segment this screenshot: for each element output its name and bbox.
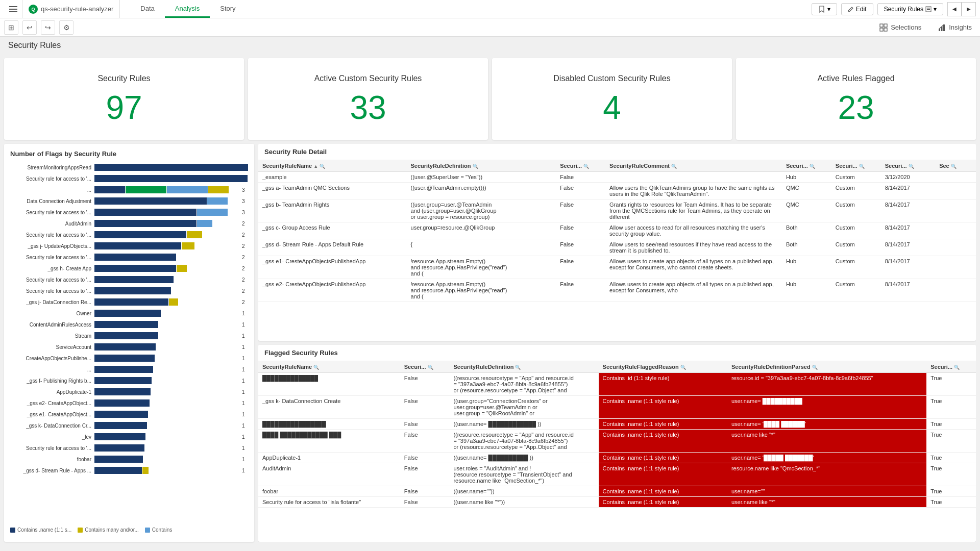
bar-row[interactable]: _lev1 — [10, 432, 248, 441]
zoom-fit-button[interactable]: ⊞ — [4, 20, 18, 35]
bar-row[interactable]: ServiceAccount1 — [10, 342, 248, 352]
settings-button[interactable]: ⚙ — [59, 20, 74, 35]
tab-analysis[interactable]: Analysis — [165, 0, 210, 18]
table-row[interactable]: Security rule for access to "isla flotan… — [258, 497, 976, 508]
search-icon-flagged-reason[interactable]: 🔍 — [680, 365, 686, 370]
bar-row[interactable]: Owner1 — [10, 309, 248, 318]
insights-button[interactable]: Insights — [934, 21, 976, 34]
bar-row[interactable]: _gss h- Create App2 — [10, 264, 248, 273]
bar-segments — [94, 254, 240, 261]
table-row[interactable]: ████████████████False((user.name= ██████… — [258, 419, 976, 430]
table-row[interactable]: _gss c- Group Access Ruleuser.group=reso… — [258, 222, 976, 239]
undo-button[interactable]: ↩ — [22, 20, 37, 35]
flagged-col-reason[interactable]: SecurityRuleFlaggedReason 🔍 — [599, 361, 727, 373]
table-row[interactable]: ██████████████False((resource.resourcety… — [258, 373, 976, 396]
table-row[interactable]: _gss k- DataConnection CreateFalse((user… — [258, 396, 976, 419]
bar-row[interactable]: foobar1 — [10, 455, 248, 464]
bar-row[interactable]: _gss d- Stream Rule - Apps ...1 — [10, 466, 248, 475]
search-icon-sec[interactable]: 🔍 — [951, 164, 957, 169]
bar-row[interactable]: _gss k- DataConnection Cr...1 — [10, 421, 248, 430]
bar-row[interactable]: Security rule for access to '...1 — [10, 443, 248, 453]
bar-row[interactable]: ...1 — [10, 365, 248, 374]
tab-data[interactable]: Data — [130, 0, 164, 18]
search-icon-name[interactable]: 🔍 — [320, 164, 325, 169]
table-row[interactable]: foobarFalse((user.name=""))Contains .nam… — [258, 486, 976, 497]
hamburger-menu[interactable] — [4, 0, 22, 18]
tab-story[interactable]: Story — [210, 0, 246, 18]
bar-row[interactable]: _gss e2- CreateAppObject...1 — [10, 398, 248, 408]
nav-back-button[interactable]: ◀ — [947, 2, 962, 16]
bar-row[interactable]: AuditAdmin2 — [10, 219, 248, 228]
bar-row[interactable]: Security rule for access to '...2 — [10, 230, 248, 239]
col-header-col3[interactable]: Securi... 🔍 — [556, 160, 605, 172]
bar-chart[interactable]: StreamMonitoringAppsReadSecurity rule fo… — [10, 163, 248, 523]
search-icon-flagged-name[interactable]: 🔍 — [313, 365, 319, 370]
bar-row[interactable]: CreateAppObjectsPublishe...1 — [10, 354, 248, 363]
flagged-col-name[interactable]: SecurityRuleName 🔍 — [258, 361, 400, 373]
col-header-col7[interactable]: Securi... 🔍 — [881, 160, 935, 172]
bar-row[interactable]: Security rule for access to '...2 — [10, 253, 248, 262]
search-icon-flagged-col6[interactable]: 🔍 — [954, 365, 960, 370]
bookmark-button[interactable]: ▾ — [812, 3, 837, 15]
search-icon-def[interactable]: 🔍 — [473, 164, 478, 169]
search-icon-flagged-def[interactable]: 🔍 — [515, 365, 521, 370]
search-icon-col3[interactable]: 🔍 — [583, 164, 589, 169]
flagged-col-def[interactable]: SecurityRuleDefinition 🔍 — [449, 361, 598, 373]
sort-icon-name[interactable]: ▲ — [313, 164, 318, 169]
bar-row[interactable]: _gss j- UpdateAppObjects...2 — [10, 241, 248, 251]
bar-segments — [94, 355, 240, 362]
search-icon-flagged-parsed[interactable]: 🔍 — [812, 365, 818, 370]
table-row[interactable]: _gss e1- CresteAppObjectsPublishedApp!re… — [258, 256, 976, 279]
security-rules-button[interactable]: Security Rules ▾ — [877, 3, 943, 15]
bar-row[interactable]: Security rule for access to '...2 — [10, 286, 248, 295]
bar-row[interactable]: Stream1 — [10, 331, 248, 340]
table-cell: QMC — [782, 199, 831, 222]
col-header-sec[interactable]: Sec 🔍 — [935, 160, 976, 172]
col-header-name[interactable]: SecurityRuleName ▲ 🔍 — [258, 160, 407, 172]
legend-item: Contains — [145, 527, 172, 533]
search-icon-col5[interactable]: 🔍 — [810, 164, 815, 169]
bar-row[interactable]: _gss e1- CreateAppObject...1 — [10, 410, 248, 419]
kpi-security-rules: Security Rules 97 — [4, 58, 244, 140]
search-icon-col7[interactable]: 🔍 — [909, 164, 914, 169]
bar-row[interactable]: _gss j- DataConnection Re...2 — [10, 297, 248, 307]
col-header-comment[interactable]: SecurityRuleComment 🔍 — [605, 160, 782, 172]
bar-row[interactable]: Data Connection Adjustment3 — [10, 196, 248, 206]
col-header-col5[interactable]: Securi... 🔍 — [782, 160, 831, 172]
flagged-col2[interactable]: Securi... 🔍 — [400, 361, 450, 373]
table-row[interactable]: ████ ████████████ ███False((resource.res… — [258, 430, 976, 453]
flagged-col-parsed[interactable]: SecurityRuleDefinitionParsed 🔍 — [727, 361, 926, 373]
bar-row[interactable]: StreamMonitoringAppsRead — [10, 163, 248, 172]
bar-row[interactable]: ...3 — [10, 185, 248, 194]
bar-label: Data Connection Adjustment — [10, 198, 94, 204]
bar-row[interactable]: AppDuplicate-11 — [10, 387, 248, 396]
nav-forward-button[interactable]: ▶ — [962, 2, 976, 16]
col-header-col6[interactable]: Securi... 🔍 — [831, 160, 881, 172]
edit-button[interactable]: Edit — [841, 3, 873, 15]
security-rule-detail-table-wrapper[interactable]: SecurityRuleName ▲ 🔍 SecurityRuleDefinit… — [258, 160, 976, 339]
selections-button[interactable]: Selections — [875, 21, 925, 34]
search-icon-flagged-col2[interactable]: 🔍 — [428, 365, 433, 370]
table-row[interactable]: AuditAdminFalseuser.roles = "AuditAdmin"… — [258, 463, 976, 486]
table-row[interactable]: _gss e2- CresteAppObjectsPublishedApp!re… — [258, 279, 976, 302]
bar-row[interactable]: _gss f- Publishing Rights b...1 — [10, 376, 248, 385]
search-icon-comment[interactable]: 🔍 — [671, 164, 677, 169]
bar-segments — [94, 399, 240, 407]
table-row[interactable]: AppDuplicate-1False((user.name= ████████… — [258, 453, 976, 463]
redo-button[interactable]: ↪ — [41, 20, 55, 35]
table-row[interactable]: _example((user.@SuperUser = "Yes"))False… — [258, 172, 976, 183]
legend-label: Contains — [152, 527, 172, 533]
bar-row[interactable]: ContentAdminRulesAccess1 — [10, 320, 248, 329]
col-header-def[interactable]: SecurityRuleDefinition 🔍 — [407, 160, 556, 172]
bar-count: 1 — [242, 468, 248, 473]
table-row[interactable]: _gss a- TeamAdmin QMC Sections((user.@Te… — [258, 183, 976, 199]
flagged-col6[interactable]: Securi... 🔍 — [926, 361, 976, 373]
bar-row[interactable]: Security rule for access to '...4 — [10, 174, 248, 183]
kpi-active-flagged: Active Rules Flagged 23 — [736, 58, 976, 140]
table-row[interactable]: _gss d- Stream Rule - Apps Default Rule{… — [258, 239, 976, 256]
table-row[interactable]: _gss b- TeamAdmin Rights((user.group=use… — [258, 199, 976, 222]
flagged-rules-table-wrapper[interactable]: SecurityRuleName 🔍 Securi... 🔍 SecurityR… — [258, 361, 976, 540]
search-icon-col6[interactable]: 🔍 — [859, 164, 865, 169]
bar-row[interactable]: Security rule for access to '...3 — [10, 208, 248, 217]
bar-row[interactable]: Security rule for access to '...2 — [10, 275, 248, 284]
